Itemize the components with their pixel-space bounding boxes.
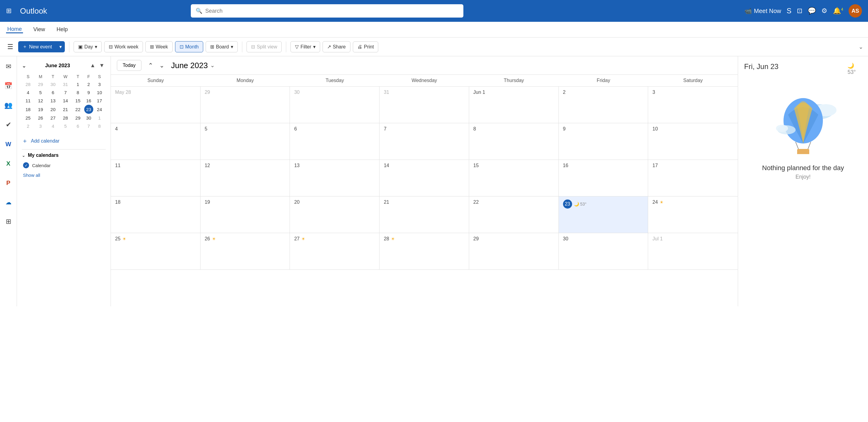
nav-onedrive[interactable]: ☁ [3, 197, 14, 208]
mini-cal-cell[interactable]: 9 [84, 88, 93, 97]
cal-cell[interactable]: Jul 1 [648, 233, 738, 269]
cal-cell[interactable]: 29 [469, 233, 559, 269]
cal-cell[interactable]: 2 [559, 87, 648, 123]
search-input[interactable] [205, 8, 459, 14]
cal-cell[interactable]: 18 [111, 196, 200, 233]
mini-cal-cell[interactable]: 19 [34, 105, 46, 114]
cal-cell[interactable]: May 28 [111, 87, 200, 123]
mini-cal-collapse[interactable]: ⌄ [22, 62, 26, 69]
mini-cal-cell[interactable]: 24 [93, 105, 106, 114]
cal-cell[interactable]: 28☀ [379, 233, 469, 269]
cal-cell[interactable]: 26☀ [200, 233, 290, 269]
mini-cal-cell[interactable]: 4 [22, 88, 34, 97]
new-event-dropdown-button[interactable]: ▾ [56, 41, 65, 53]
mini-cal-cell[interactable]: 28 [22, 80, 34, 88]
mini-cal-cell[interactable]: 16 [84, 97, 93, 105]
cal-cell[interactable]: 11 [111, 160, 200, 196]
nav-people[interactable]: 👥 [3, 100, 14, 111]
mini-cal-cell[interactable]: 11 [22, 97, 34, 105]
collapse-ribbon-button[interactable]: ⌄ [859, 43, 863, 50]
nav-forms[interactable]: ⊞ [3, 216, 14, 227]
mini-cal-next[interactable]: ▼ [98, 61, 106, 70]
mini-cal-cell[interactable]: 18 [22, 105, 34, 114]
next-month-button[interactable]: ⌄ [156, 61, 167, 70]
cal-cell[interactable]: 30 [290, 87, 379, 123]
week-view-button[interactable]: ⊞ Week [145, 41, 173, 53]
nav-calendar[interactable]: 📅 [3, 80, 14, 91]
mini-cal-cell[interactable]: 29 [34, 80, 46, 88]
filter-button[interactable]: ▽ Filter ▾ [290, 41, 320, 53]
cal-cell[interactable]: 9 [559, 123, 648, 160]
cal-cell[interactable]: 5 [200, 123, 290, 160]
share-button[interactable]: ↗ Share [322, 41, 350, 53]
grid-icon[interactable]: ⊞ [6, 7, 11, 15]
show-all-link[interactable]: Show all [22, 172, 106, 178]
cal-cell[interactable]: 14 [379, 160, 469, 196]
cal-cell[interactable]: 27☀ [290, 233, 379, 269]
cal-month-chevron[interactable]: ⌄ [210, 62, 215, 69]
translate-icon[interactable]: ⊡ [797, 7, 802, 15]
cal-cell[interactable]: 10 [648, 123, 738, 160]
mini-cal-cell[interactable]: 3 [34, 122, 46, 130]
meet-now-button[interactable]: 📹 Meet Now [744, 7, 781, 14]
cal-cell[interactable]: 12 [200, 160, 290, 196]
mini-cal-cell[interactable]: 22 [72, 105, 84, 114]
today-button[interactable]: Today [117, 60, 142, 71]
mini-cal-cell[interactable]: 31 [59, 80, 71, 88]
mini-cal-cell[interactable]: 8 [72, 88, 84, 97]
mini-cal-cell[interactable]: 6 [46, 88, 59, 97]
menu-home[interactable]: Home [6, 26, 23, 33]
menu-help[interactable]: Help [55, 26, 69, 33]
cal-cell[interactable]: 31 [379, 87, 469, 123]
cal-cell[interactable]: 24☀ [648, 196, 738, 233]
mini-cal-cell[interactable]: 2 [84, 80, 93, 88]
cal-cell[interactable]: 20 [290, 196, 379, 233]
day-view-button[interactable]: ▣ Day ▾ [73, 41, 102, 53]
mini-cal-cell[interactable]: 13 [46, 97, 59, 105]
mini-cal-cell[interactable]: 5 [34, 88, 46, 97]
settings-icon[interactable]: ⚙ [822, 7, 828, 15]
cal-cell[interactable]: 25☀ [111, 233, 200, 269]
board-view-button[interactable]: ⊞ Board ▾ [206, 41, 238, 53]
cal-cell[interactable]: 4 [111, 123, 200, 160]
mini-cal-cell[interactable]: 7 [84, 122, 93, 130]
new-event-button[interactable]: ＋ New event [18, 41, 56, 53]
skype-icon[interactable]: S [786, 7, 792, 15]
workweek-view-button[interactable]: ⊟ Work week [104, 41, 143, 53]
mini-cal-cell[interactable]: 17 [93, 97, 106, 105]
cal-cell[interactable]: 6 [290, 123, 379, 160]
cal-cell[interactable]: 21 [379, 196, 469, 233]
mini-cal-cell[interactable]: 1 [72, 80, 84, 88]
mini-cal-cell[interactable]: 25 [22, 114, 34, 122]
mini-cal-cell[interactable]: 30 [46, 80, 59, 88]
mini-cal-cell[interactable]: 14 [59, 97, 71, 105]
mini-cal-cell[interactable]: 8 [93, 122, 106, 130]
mini-cal-cell[interactable]: 12 [34, 97, 46, 105]
nav-excel[interactable]: X [3, 158, 14, 169]
mini-cal-cell[interactable]: 5 [59, 122, 71, 130]
mini-cal-cell[interactable]: 20 [46, 105, 59, 114]
cal-cell[interactable]: 7 [379, 123, 469, 160]
mini-cal-cell[interactable]: 28 [59, 114, 71, 122]
feedback-icon[interactable]: 💬 [808, 7, 816, 15]
nav-word[interactable]: W [3, 139, 14, 150]
nav-mail[interactable]: ✉ [3, 61, 14, 72]
print-button[interactable]: 🖨 Print [353, 41, 379, 53]
mini-cal-cell[interactable]: 6 [72, 122, 84, 130]
cal-cell[interactable]: 17 [648, 160, 738, 196]
cal-cell[interactable]: 23🌙 53° [559, 196, 648, 233]
mini-cal-cell[interactable]: 2 [22, 122, 34, 130]
cal-cell[interactable]: 29 [200, 87, 290, 123]
collapse-sidebar-button[interactable]: ☰ [5, 43, 16, 51]
mini-cal-cell[interactable]: 1 [93, 114, 106, 122]
mini-cal-cell[interactable]: 23 [84, 105, 93, 114]
mini-cal-cell[interactable]: 30 [84, 114, 93, 122]
mini-cal-cell[interactable]: 26 [34, 114, 46, 122]
mini-cal-cell[interactable]: 7 [59, 88, 71, 97]
cal-cell[interactable]: 3 [648, 87, 738, 123]
mini-cal-cell[interactable]: 15 [72, 97, 84, 105]
mini-cal-cell[interactable]: 10 [93, 88, 106, 97]
cal-cell[interactable]: 22 [469, 196, 559, 233]
cal-cell[interactable]: 13 [290, 160, 379, 196]
nav-tasks[interactable]: ✔ [3, 119, 14, 130]
